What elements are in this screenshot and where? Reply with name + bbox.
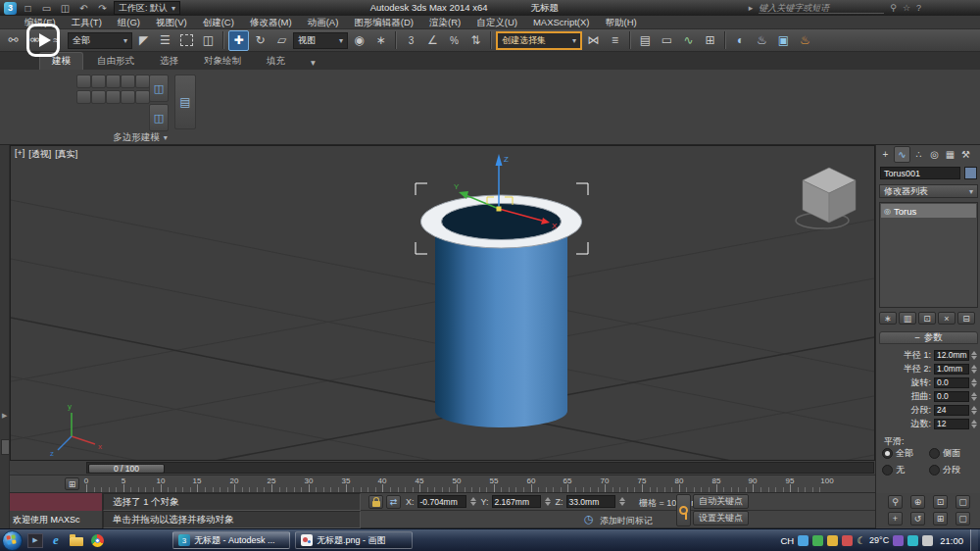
configure-modifier-sets-icon[interactable]: ⊟ — [957, 312, 975, 325]
angle-snap-toggle[interactable]: ∠ — [422, 30, 443, 51]
spinner-control[interactable] — [969, 392, 978, 401]
schematic-view-button[interactable]: ⊞ — [700, 30, 720, 51]
taskbar-window-3dsmax[interactable]: 3 无标题 - Autodesk ... — [172, 531, 290, 549]
zoom-all-icon[interactable]: ⊕ — [910, 495, 925, 509]
preview-mode-button[interactable]: ◫ — [149, 104, 169, 131]
menu-graph-editors[interactable]: 图形编辑器(D) — [347, 16, 420, 29]
explorer-folder-icon[interactable] — [69, 532, 84, 548]
layer-manager-button[interactable]: ▤ — [635, 30, 656, 51]
menu-modifiers[interactable]: 修改器(M) — [243, 16, 299, 29]
orbit-icon[interactable]: ↺ — [910, 512, 925, 526]
zoom-extents-icon[interactable]: ⊡ — [933, 495, 948, 509]
object-name-field[interactable]: Torus001 — [880, 167, 960, 179]
parameters-rollout-header[interactable]: − 参数 — [879, 331, 978, 344]
menu-create[interactable]: 创建(C) — [196, 16, 241, 29]
z-coord-input[interactable]: 33.0mm — [566, 495, 615, 508]
taskbar-window-paint[interactable]: 无标题.png - 画图 — [295, 531, 413, 549]
save-file-icon[interactable]: ◫ — [58, 2, 73, 15]
absolute-offset-toggle[interactable]: ⇄ — [386, 495, 401, 509]
polygon-mode-button[interactable] — [121, 75, 135, 88]
selection-filter-dropdown[interactable]: 全部 ▾ — [68, 32, 132, 49]
menu-customize[interactable]: 自定义(U) — [469, 16, 524, 29]
browser-icon[interactable] — [89, 532, 105, 548]
y-coord-input[interactable]: 2.167mm — [492, 495, 541, 508]
edge-mode-button[interactable] — [91, 75, 106, 88]
reference-coordinate-dropdown[interactable]: 视图 ▾ — [293, 32, 348, 49]
set-key-mode-button[interactable]: 设置关键点 — [693, 511, 749, 526]
menu-group[interactable]: 组(G) — [111, 16, 147, 29]
edit-poly-mode-button[interactable]: ◫ — [149, 75, 169, 102]
modeling-tool-button[interactable] — [121, 90, 135, 104]
smooth-radio-none[interactable]: 无 — [882, 464, 929, 476]
auto-key-button[interactable]: 自动关键点 — [693, 494, 749, 509]
search-input[interactable]: 键入关键字或短语 — [759, 2, 884, 14]
track-bar[interactable]: ⊞ 0 5 10 15 20 25 30 35 40 45 50 55 60 6… — [10, 476, 875, 493]
viewport-menu-shading[interactable]: [真实] — [55, 148, 77, 161]
viewport-layout-tab[interactable] — [1, 439, 10, 455]
cylinder-object[interactable] — [421, 195, 582, 427]
tray-icon[interactable] — [922, 535, 933, 546]
select-and-manipulate-button[interactable]: ∗ — [370, 30, 391, 51]
time-slider-handle[interactable]: 0 / 100 — [88, 464, 165, 474]
tab-create-icon[interactable]: + — [878, 147, 893, 162]
smooth-radio-sides[interactable]: 侧面 — [929, 447, 976, 460]
object-color-swatch[interactable] — [964, 167, 977, 179]
internet-explorer-icon[interactable]: e — [48, 532, 64, 548]
tray-icon[interactable] — [842, 535, 853, 546]
segments-input[interactable]: 24 — [934, 405, 969, 416]
rectangular-selection-region-button[interactable] — [176, 30, 197, 51]
tray-icon[interactable] — [812, 535, 823, 546]
curve-editor-button[interactable]: ∿ — [678, 30, 699, 51]
weather-temperature[interactable]: 29°C — [869, 535, 889, 545]
menu-views[interactable]: 视图(V) — [149, 16, 194, 29]
selection-lock-toggle[interactable] — [368, 495, 383, 509]
radius1-input[interactable]: 12.0mm — [934, 350, 969, 361]
tab-display-icon[interactable]: ▦ — [943, 147, 957, 162]
infocenter-arrow-icon[interactable]: ▸ — [749, 3, 754, 13]
tab-motion-icon[interactable]: ◎ — [927, 147, 942, 162]
maxscript-mini-listener-top[interactable] — [10, 493, 103, 511]
start-button[interactable] — [2, 530, 23, 551]
modeling-tool-button[interactable] — [91, 90, 106, 104]
search-icon[interactable]: ⚲ — [890, 3, 897, 13]
redo-icon[interactable]: ↷ — [95, 2, 110, 15]
modeling-tool-button[interactable] — [76, 90, 91, 104]
polygon-modeling-panel-label[interactable]: 多边形建模 ▾ — [76, 131, 204, 144]
viewport-menu-general[interactable]: [+] — [15, 148, 24, 161]
select-and-move-button[interactable]: ✚ — [228, 30, 249, 51]
select-by-name-button[interactable]: ☰ — [155, 30, 175, 51]
zoom-icon[interactable]: ⚲ — [888, 495, 903, 509]
select-and-link-icon[interactable]: ⚯ — [3, 30, 24, 51]
percent-snap-toggle[interactable]: % — [444, 30, 465, 51]
pin-stack-icon[interactable]: ∗ — [879, 312, 897, 325]
tab-hierarchy-icon[interactable]: ∴ — [911, 147, 926, 162]
ribbon-toggle-button[interactable]: ▭ — [657, 30, 677, 51]
viewport-menu-pov[interactable]: [透视] — [28, 148, 51, 161]
menu-help[interactable]: 帮助(H) — [598, 16, 643, 29]
app-logo-icon[interactable]: 3 — [4, 2, 17, 15]
element-mode-button[interactable] — [135, 75, 150, 88]
maxscript-mini-listener[interactable]: 欢迎使用 MAXSc — [10, 511, 103, 528]
snap-toggle-3d[interactable]: 3 — [401, 30, 421, 51]
stack-item-torus[interactable]: ◎ Torus — [881, 204, 976, 218]
x-coord-input[interactable]: -0.704mm — [417, 495, 466, 508]
add-time-tag-button[interactable]: 添加时间标记 — [600, 515, 653, 527]
spinner-control[interactable] — [969, 378, 978, 387]
tray-icon[interactable] — [798, 535, 808, 546]
spinner-control[interactable] — [969, 365, 978, 374]
spinner-control[interactable] — [969, 406, 978, 415]
window-crossing-toggle[interactable]: ◫ — [198, 30, 219, 51]
modeling-tool-button[interactable] — [106, 90, 121, 104]
pan-icon[interactable]: + — [888, 512, 903, 526]
modifier-stack-tool-button[interactable]: ▤ — [174, 75, 196, 129]
ribbon-tab-object-paint[interactable]: 对象绘制 — [192, 53, 253, 70]
menu-rendering[interactable]: 渲染(R) — [422, 16, 467, 29]
tab-modify-icon[interactable]: ∿ — [894, 146, 910, 163]
make-unique-icon[interactable]: ⊡ — [918, 312, 936, 325]
view-cube[interactable] — [796, 168, 856, 228]
modifier-list-dropdown[interactable]: 修改器列表 ▾ — [879, 184, 978, 198]
smooth-radio-segments[interactable]: 分段 — [929, 464, 976, 476]
rotation-input[interactable]: 0.0 — [934, 377, 969, 388]
select-and-rotate-button[interactable]: ↻ — [250, 30, 270, 51]
spinner-control[interactable] — [618, 497, 627, 506]
